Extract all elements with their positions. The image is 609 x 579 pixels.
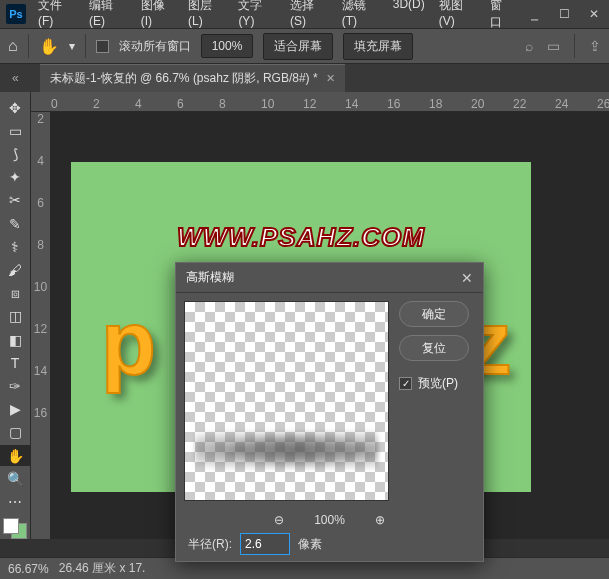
- canvas-url-text: WWW.PSAHZ.COM: [177, 222, 425, 253]
- fill-screen-button[interactable]: 填充屏幕: [343, 33, 413, 60]
- tools-panel: ✥ ▭ ⟆ ✦ ✂ ✎ ⚕ 🖌 ⧇ ◫ ◧ T ✑ ▶ ▢ ✋ 🔍 ⋯: [0, 92, 31, 539]
- menu-window[interactable]: 窗口: [484, 0, 519, 35]
- share-icon[interactable]: ⇪: [589, 38, 601, 54]
- document-tab-bar: « 未标题-1-恢复的 @ 66.7% (psahz 阴影, RGB/8#) *…: [0, 64, 609, 92]
- zoom-tool[interactable]: 🔍: [0, 468, 30, 489]
- home-icon[interactable]: ⌂: [8, 37, 18, 55]
- canvas-letter-p: p: [101, 292, 156, 395]
- preview-checkbox-label: 预览(P): [418, 375, 458, 392]
- preview-zoom-in-icon[interactable]: ⊕: [375, 513, 385, 527]
- hand-tool[interactable]: ✋: [0, 445, 30, 466]
- dialog-close-icon[interactable]: ✕: [461, 270, 473, 286]
- pen-tool[interactable]: ✑: [0, 375, 30, 396]
- horizontal-ruler: 02468101214161820222426: [31, 92, 609, 112]
- close-window-button[interactable]: ✕: [579, 0, 609, 28]
- color-swatches[interactable]: [3, 518, 27, 539]
- tool-indicator-hand-icon[interactable]: ✋: [39, 37, 59, 56]
- panel-collapse-icon[interactable]: «: [12, 71, 19, 85]
- filter-preview[interactable]: [184, 301, 389, 501]
- crop-tool[interactable]: ✂: [0, 190, 30, 211]
- menu-layer[interactable]: 图层(L): [182, 0, 230, 35]
- divider: [85, 34, 86, 58]
- marquee-tool[interactable]: ▭: [0, 120, 30, 141]
- ok-button[interactable]: 确定: [399, 301, 469, 327]
- eyedropper-tool[interactable]: ✎: [0, 213, 30, 234]
- menu-edit[interactable]: 编辑(E): [83, 0, 133, 35]
- type-tool[interactable]: T: [0, 352, 30, 373]
- radius-label: 半径(R):: [188, 536, 232, 553]
- tool-dropdown-icon[interactable]: ▾: [69, 39, 75, 53]
- tab-close-icon[interactable]: ✕: [326, 72, 335, 85]
- dialog-title: 高斯模糊: [186, 269, 234, 286]
- menu-filter[interactable]: 滤镜(T): [336, 0, 385, 35]
- gradient-tool[interactable]: ◧: [0, 329, 30, 350]
- menu-view[interactable]: 视图(V): [433, 0, 483, 35]
- move-tool[interactable]: ✥: [0, 97, 30, 118]
- divider: [574, 34, 575, 58]
- status-zoom[interactable]: 66.67%: [8, 562, 49, 576]
- menu-image[interactable]: 图像(I): [135, 0, 180, 35]
- titlebar: Ps 文件(F) 编辑(E) 图像(I) 图层(L) 文字(Y) 选择(S) 滤…: [0, 0, 609, 28]
- preview-zoom-value: 100%: [314, 513, 345, 527]
- vertical-ruler: 246810121416: [31, 112, 51, 539]
- menu-file[interactable]: 文件(F): [32, 0, 81, 35]
- foreground-swatch[interactable]: [3, 518, 19, 534]
- lasso-tool[interactable]: ⟆: [0, 143, 30, 164]
- menu-type[interactable]: 文字(Y): [232, 0, 282, 35]
- document-tab-title: 未标题-1-恢复的 @ 66.7% (psahz 阴影, RGB/8#) *: [50, 70, 318, 87]
- preview-content: [195, 420, 378, 470]
- preview-zoom-out-icon[interactable]: ⊖: [274, 513, 284, 527]
- divider: [28, 34, 29, 58]
- status-doc-info: 26.46 厘米 x 17.: [59, 560, 146, 577]
- radius-unit: 像素: [298, 536, 322, 553]
- radius-input[interactable]: [240, 533, 290, 555]
- search-icon[interactable]: ⌕: [525, 38, 533, 54]
- magic-wand-tool[interactable]: ✦: [0, 167, 30, 188]
- zoom-level-button[interactable]: 100%: [201, 34, 254, 58]
- arrange-icon[interactable]: ▭: [547, 38, 560, 54]
- brush-tool[interactable]: 🖌: [0, 259, 30, 280]
- gaussian-blur-dialog: 高斯模糊 ✕ 确定 复位 ✓ 预览(P) ⊖ 100% ⊕ 半径(R): 像素: [175, 262, 484, 562]
- stamp-tool[interactable]: ⧇: [0, 283, 30, 304]
- reset-button[interactable]: 复位: [399, 335, 469, 361]
- menu-select[interactable]: 选择(S): [284, 0, 334, 35]
- preview-checkbox[interactable]: ✓: [399, 377, 412, 390]
- shape-tool[interactable]: ▢: [0, 422, 30, 443]
- menu-3d[interactable]: 3D(D): [387, 0, 431, 35]
- healing-brush-tool[interactable]: ⚕: [0, 236, 30, 257]
- scroll-all-checkbox[interactable]: [96, 40, 109, 53]
- dialog-titlebar[interactable]: 高斯模糊 ✕: [176, 263, 483, 293]
- fit-screen-button[interactable]: 适合屏幕: [263, 33, 333, 60]
- maximize-button[interactable]: ☐: [549, 0, 579, 28]
- minimize-button[interactable]: ⎯: [519, 0, 549, 28]
- window-controls: ⎯ ☐ ✕: [519, 0, 609, 28]
- document-tab[interactable]: 未标题-1-恢复的 @ 66.7% (psahz 阴影, RGB/8#) * ✕: [40, 64, 345, 92]
- path-select-tool[interactable]: ▶: [0, 399, 30, 420]
- ps-logo: Ps: [6, 4, 26, 24]
- edit-toolbar[interactable]: ⋯: [0, 491, 30, 512]
- eraser-tool[interactable]: ◫: [0, 306, 30, 327]
- scroll-all-label: 滚动所有窗口: [119, 38, 191, 55]
- menubar: 文件(F) 编辑(E) 图像(I) 图层(L) 文字(Y) 选择(S) 滤镜(T…: [32, 0, 519, 35]
